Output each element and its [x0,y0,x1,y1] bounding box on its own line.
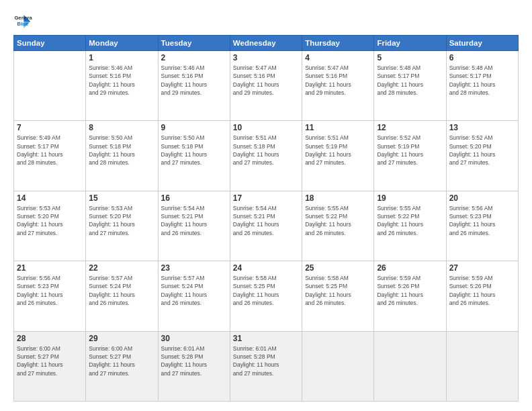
calendar-cell [14,51,86,121]
day-info: Sunrise: 5:50 AM Sunset: 5:18 PM Dayligh… [161,134,227,167]
day-info: Sunrise: 5:48 AM Sunset: 5:17 PM Dayligh… [449,64,515,97]
weekday-header-friday: Friday [374,36,446,51]
day-number: 22 [89,263,154,273]
calendar-cell: 12Sunrise: 5:52 AM Sunset: 5:19 PM Dayli… [374,121,446,191]
day-info: Sunrise: 5:52 AM Sunset: 5:19 PM Dayligh… [377,134,443,167]
calendar-cell: 25Sunrise: 5:58 AM Sunset: 5:25 PM Dayli… [302,261,374,331]
calendar-cell: 20Sunrise: 5:56 AM Sunset: 5:23 PM Dayli… [446,191,518,261]
day-info: Sunrise: 5:55 AM Sunset: 5:22 PM Dayligh… [305,204,371,237]
day-info: Sunrise: 5:55 AM Sunset: 5:22 PM Dayligh… [377,204,443,237]
calendar-cell: 15Sunrise: 5:53 AM Sunset: 5:20 PM Dayli… [86,191,158,261]
day-number: 8 [89,123,154,132]
day-info: Sunrise: 5:48 AM Sunset: 5:17 PM Dayligh… [377,64,443,97]
day-number: 5 [377,53,443,62]
day-info: Sunrise: 6:00 AM Sunset: 5:27 PM Dayligh… [17,345,83,377]
day-info: Sunrise: 5:53 AM Sunset: 5:20 PM Dayligh… [89,204,154,237]
day-number: 10 [233,123,299,132]
day-number: 1 [89,53,154,62]
calendar-cell: 24Sunrise: 5:58 AM Sunset: 5:25 PM Dayli… [230,261,302,331]
weekday-header-saturday: Saturday [446,36,518,51]
day-info: Sunrise: 5:47 AM Sunset: 5:16 PM Dayligh… [233,64,299,97]
calendar-table: SundayMondayTuesdayWednesdayThursdayFrid… [13,35,519,402]
day-number: 23 [161,263,227,273]
calendar-cell: 4Sunrise: 5:47 AM Sunset: 5:16 PM Daylig… [302,51,374,121]
calendar-cell: 30Sunrise: 6:01 AM Sunset: 5:28 PM Dayli… [158,331,230,401]
day-info: Sunrise: 5:54 AM Sunset: 5:21 PM Dayligh… [161,204,227,237]
day-number: 28 [17,334,83,343]
calendar-cell: 3Sunrise: 5:47 AM Sunset: 5:16 PM Daylig… [230,51,302,121]
day-info: Sunrise: 5:58 AM Sunset: 5:25 PM Dayligh… [305,274,371,307]
calendar-cell: 14Sunrise: 5:53 AM Sunset: 5:20 PM Dayli… [14,191,86,261]
calendar-cell [446,331,518,401]
calendar-cell: 17Sunrise: 5:54 AM Sunset: 5:21 PM Dayli… [230,191,302,261]
weekday-header-sunday: Sunday [14,36,86,51]
calendar-cell: 23Sunrise: 5:57 AM Sunset: 5:24 PM Dayli… [158,261,230,331]
day-info: Sunrise: 5:51 AM Sunset: 5:18 PM Dayligh… [233,134,299,167]
calendar-cell: 10Sunrise: 5:51 AM Sunset: 5:18 PM Dayli… [230,121,302,191]
day-number: 26 [377,263,443,273]
calendar-cell: 1Sunrise: 5:46 AM Sunset: 5:16 PM Daylig… [86,51,158,121]
day-number: 30 [161,334,227,343]
calendar-cell: 31Sunrise: 6:01 AM Sunset: 5:28 PM Dayli… [230,331,302,401]
weekday-header-monday: Monday [86,36,158,51]
calendar-cell: 18Sunrise: 5:55 AM Sunset: 5:22 PM Dayli… [302,191,374,261]
day-info: Sunrise: 5:52 AM Sunset: 5:20 PM Dayligh… [449,134,515,167]
day-info: Sunrise: 6:00 AM Sunset: 5:27 PM Dayligh… [89,345,154,377]
day-number: 2 [161,53,227,62]
day-number: 21 [17,263,83,273]
day-info: Sunrise: 5:51 AM Sunset: 5:19 PM Dayligh… [305,134,371,167]
day-number: 20 [449,193,515,203]
day-number: 9 [161,123,227,132]
calendar-cell: 21Sunrise: 5:56 AM Sunset: 5:23 PM Dayli… [14,261,86,331]
day-number: 19 [377,193,443,203]
day-info: Sunrise: 5:59 AM Sunset: 5:26 PM Dayligh… [377,274,443,307]
day-info: Sunrise: 5:57 AM Sunset: 5:24 PM Dayligh… [161,274,227,307]
day-info: Sunrise: 5:46 AM Sunset: 5:16 PM Dayligh… [161,64,227,97]
svg-text:Blue: Blue [17,21,29,27]
logo: General Blue [13,12,32,31]
calendar-cell: 9Sunrise: 5:50 AM Sunset: 5:18 PM Daylig… [158,121,230,191]
calendar-cell: 7Sunrise: 5:49 AM Sunset: 5:17 PM Daylig… [14,121,86,191]
calendar-cell: 26Sunrise: 5:59 AM Sunset: 5:26 PM Dayli… [374,261,446,331]
day-number: 6 [449,53,515,62]
day-info: Sunrise: 5:53 AM Sunset: 5:20 PM Dayligh… [17,204,83,237]
calendar-cell: 5Sunrise: 5:48 AM Sunset: 5:17 PM Daylig… [374,51,446,121]
day-number: 15 [89,193,154,203]
calendar-cell: 28Sunrise: 6:00 AM Sunset: 5:27 PM Dayli… [14,331,86,401]
calendar-cell: 22Sunrise: 5:57 AM Sunset: 5:24 PM Dayli… [86,261,158,331]
day-number: 14 [17,193,83,203]
day-number: 17 [233,193,299,203]
calendar-cell: 19Sunrise: 5:55 AM Sunset: 5:22 PM Dayli… [374,191,446,261]
calendar-cell [302,331,374,401]
calendar-cell: 6Sunrise: 5:48 AM Sunset: 5:17 PM Daylig… [446,51,518,121]
calendar-cell: 8Sunrise: 5:50 AM Sunset: 5:18 PM Daylig… [86,121,158,191]
calendar-cell [374,331,446,401]
weekday-header-wednesday: Wednesday [230,36,302,51]
calendar-cell: 16Sunrise: 5:54 AM Sunset: 5:21 PM Dayli… [158,191,230,261]
day-number: 24 [233,263,299,273]
logo-icon: General Blue [13,12,32,31]
day-number: 4 [305,53,371,62]
calendar-cell: 27Sunrise: 5:59 AM Sunset: 5:26 PM Dayli… [446,261,518,331]
day-number: 29 [89,334,154,343]
day-info: Sunrise: 5:47 AM Sunset: 5:16 PM Dayligh… [305,64,371,97]
day-number: 31 [233,334,299,343]
day-number: 12 [377,123,443,132]
day-info: Sunrise: 5:56 AM Sunset: 5:23 PM Dayligh… [17,274,83,307]
calendar-cell: 13Sunrise: 5:52 AM Sunset: 5:20 PM Dayli… [446,121,518,191]
day-info: Sunrise: 6:01 AM Sunset: 5:28 PM Dayligh… [161,345,227,377]
day-info: Sunrise: 5:50 AM Sunset: 5:18 PM Dayligh… [89,134,154,167]
calendar-page: General Blue SundayMondayTuesdayWednesda… [0,0,532,411]
day-number: 3 [233,53,299,62]
day-info: Sunrise: 5:58 AM Sunset: 5:25 PM Dayligh… [233,274,299,307]
day-info: Sunrise: 5:56 AM Sunset: 5:23 PM Dayligh… [449,204,515,237]
weekday-header-thursday: Thursday [302,36,374,51]
weekday-header-tuesday: Tuesday [158,36,230,51]
day-number: 7 [17,123,83,132]
day-number: 11 [305,123,371,132]
day-info: Sunrise: 5:59 AM Sunset: 5:26 PM Dayligh… [449,274,515,307]
day-info: Sunrise: 5:54 AM Sunset: 5:21 PM Dayligh… [233,204,299,237]
svg-text:General: General [14,15,32,21]
day-info: Sunrise: 6:01 AM Sunset: 5:28 PM Dayligh… [233,345,299,377]
day-info: Sunrise: 5:49 AM Sunset: 5:17 PM Dayligh… [17,134,83,167]
